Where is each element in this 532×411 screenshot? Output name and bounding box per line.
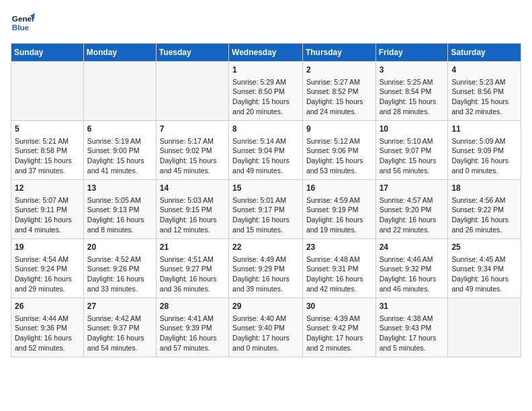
day-info: Sunrise: 5:14 AM Sunset: 9:04 PM Dayligh… <box>232 136 299 176</box>
calendar-cell: 19Sunrise: 4:54 AM Sunset: 9:24 PM Dayli… <box>11 239 84 298</box>
day-number: 5 <box>15 124 80 135</box>
calendar-week-1: 1Sunrise: 5:29 AM Sunset: 8:50 PM Daylig… <box>11 62 521 121</box>
day-number: 14 <box>160 183 225 194</box>
day-number: 2 <box>306 64 372 76</box>
day-info: Sunrise: 4:54 AM Sunset: 9:24 PM Dayligh… <box>15 255 80 294</box>
weekday-header-saturday: Saturday <box>448 44 521 62</box>
day-info: Sunrise: 5:17 AM Sunset: 9:02 PM Dayligh… <box>160 136 225 176</box>
day-info: Sunrise: 4:44 AM Sunset: 9:36 PM Dayligh… <box>15 314 80 353</box>
day-info: Sunrise: 5:09 AM Sunset: 9:09 PM Dayligh… <box>451 136 517 176</box>
calendar-cell: 13Sunrise: 5:05 AM Sunset: 9:13 PM Dayli… <box>83 180 156 239</box>
day-info: Sunrise: 5:27 AM Sunset: 8:52 PM Dayligh… <box>306 77 372 117</box>
calendar-cell: 17Sunrise: 4:57 AM Sunset: 9:20 PM Dayli… <box>375 180 448 239</box>
day-info: Sunrise: 4:40 AM Sunset: 9:40 PM Dayligh… <box>232 314 299 353</box>
day-info: Sunrise: 4:46 AM Sunset: 9:32 PM Dayligh… <box>380 255 445 294</box>
day-info: Sunrise: 4:45 AM Sunset: 9:34 PM Dayligh… <box>451 255 517 294</box>
day-info: Sunrise: 5:07 AM Sunset: 9:11 PM Dayligh… <box>15 195 80 235</box>
day-info: Sunrise: 4:38 AM Sunset: 9:43 PM Dayligh… <box>380 314 445 353</box>
calendar-cell: 12Sunrise: 5:07 AM Sunset: 9:11 PM Dayli… <box>11 180 84 239</box>
day-number: 9 <box>306 124 372 135</box>
calendar-cell <box>448 298 521 357</box>
day-number: 19 <box>15 242 80 253</box>
calendar-week-4: 19Sunrise: 4:54 AM Sunset: 9:24 PM Dayli… <box>11 239 521 298</box>
day-number: 22 <box>232 242 299 253</box>
calendar-cell: 29Sunrise: 4:40 AM Sunset: 9:40 PM Dayli… <box>229 298 303 357</box>
day-info: Sunrise: 5:23 AM Sunset: 8:56 PM Dayligh… <box>451 77 517 117</box>
calendar-cell: 23Sunrise: 4:48 AM Sunset: 9:31 PM Dayli… <box>302 239 375 298</box>
calendar-cell: 18Sunrise: 4:56 AM Sunset: 9:22 PM Dayli… <box>448 180 521 239</box>
day-info: Sunrise: 4:59 AM Sunset: 9:19 PM Dayligh… <box>306 195 372 235</box>
day-info: Sunrise: 5:05 AM Sunset: 9:13 PM Dayligh… <box>87 195 152 235</box>
day-number: 29 <box>232 301 299 312</box>
day-info: Sunrise: 5:19 AM Sunset: 9:00 PM Dayligh… <box>87 136 152 176</box>
day-info: Sunrise: 5:10 AM Sunset: 9:07 PM Dayligh… <box>380 136 445 176</box>
day-number: 7 <box>160 124 225 135</box>
day-info: Sunrise: 4:52 AM Sunset: 9:26 PM Dayligh… <box>87 255 152 294</box>
calendar-cell: 27Sunrise: 4:42 AM Sunset: 9:37 PM Dayli… <box>83 298 156 357</box>
day-number: 28 <box>160 301 225 312</box>
day-info: Sunrise: 4:42 AM Sunset: 9:37 PM Dayligh… <box>87 314 152 353</box>
day-number: 12 <box>15 183 80 194</box>
calendar-cell: 6Sunrise: 5:19 AM Sunset: 9:00 PM Daylig… <box>83 121 156 180</box>
calendar-cell: 8Sunrise: 5:14 AM Sunset: 9:04 PM Daylig… <box>229 121 303 180</box>
day-number: 17 <box>380 183 445 194</box>
calendar-week-3: 12Sunrise: 5:07 AM Sunset: 9:11 PM Dayli… <box>11 180 521 239</box>
calendar-cell: 21Sunrise: 4:51 AM Sunset: 9:27 PM Dayli… <box>156 239 228 298</box>
calendar-cell: 28Sunrise: 4:41 AM Sunset: 9:39 PM Dayli… <box>156 298 228 357</box>
calendar-week-2: 5Sunrise: 5:21 AM Sunset: 8:58 PM Daylig… <box>11 121 521 180</box>
day-number: 11 <box>451 124 517 135</box>
day-info: Sunrise: 4:48 AM Sunset: 9:31 PM Dayligh… <box>306 255 372 294</box>
day-info: Sunrise: 5:01 AM Sunset: 9:17 PM Dayligh… <box>232 195 299 235</box>
day-number: 16 <box>306 183 372 194</box>
calendar-cell: 15Sunrise: 5:01 AM Sunset: 9:17 PM Dayli… <box>229 180 303 239</box>
day-info: Sunrise: 4:57 AM Sunset: 9:20 PM Dayligh… <box>380 195 445 235</box>
day-info: Sunrise: 4:51 AM Sunset: 9:27 PM Dayligh… <box>160 255 225 294</box>
day-info: Sunrise: 5:03 AM Sunset: 9:15 PM Dayligh… <box>160 195 225 235</box>
calendar-cell: 1Sunrise: 5:29 AM Sunset: 8:50 PM Daylig… <box>229 62 303 121</box>
day-number: 21 <box>160 242 225 253</box>
day-number: 25 <box>451 242 517 253</box>
calendar-cell: 30Sunrise: 4:39 AM Sunset: 9:42 PM Dayli… <box>302 298 375 357</box>
calendar-cell: 16Sunrise: 4:59 AM Sunset: 9:19 PM Dayli… <box>302 180 375 239</box>
day-number: 4 <box>451 64 517 76</box>
day-number: 8 <box>232 124 299 135</box>
day-number: 23 <box>306 242 372 253</box>
calendar-cell: 26Sunrise: 4:44 AM Sunset: 9:36 PM Dayli… <box>11 298 84 357</box>
svg-text:Blue: Blue <box>12 23 30 32</box>
calendar-cell: 2Sunrise: 5:27 AM Sunset: 8:52 PM Daylig… <box>302 62 375 121</box>
calendar-cell: 7Sunrise: 5:17 AM Sunset: 9:02 PM Daylig… <box>156 121 228 180</box>
day-info: Sunrise: 5:12 AM Sunset: 9:06 PM Dayligh… <box>306 136 372 176</box>
calendar-cell <box>83 62 156 121</box>
calendar-cell <box>156 62 228 121</box>
logo-icon: General Blue <box>11 11 35 35</box>
weekday-header-sunday: Sunday <box>11 44 84 62</box>
day-number: 15 <box>232 183 299 194</box>
weekday-header-monday: Monday <box>83 44 156 62</box>
calendar-table: SundayMondayTuesdayWednesdayThursdayFrid… <box>11 43 521 357</box>
calendar-cell <box>11 62 84 121</box>
day-number: 26 <box>15 301 80 312</box>
day-number: 30 <box>306 301 372 312</box>
day-number: 27 <box>87 301 152 312</box>
calendar-cell: 10Sunrise: 5:10 AM Sunset: 9:07 PM Dayli… <box>375 121 448 180</box>
calendar-cell: 11Sunrise: 5:09 AM Sunset: 9:09 PM Dayli… <box>448 121 521 180</box>
logo: General Blue <box>11 11 35 35</box>
day-number: 20 <box>87 242 152 253</box>
day-number: 6 <box>87 124 152 135</box>
day-info: Sunrise: 5:25 AM Sunset: 8:54 PM Dayligh… <box>380 77 445 117</box>
day-info: Sunrise: 4:41 AM Sunset: 9:39 PM Dayligh… <box>160 314 225 353</box>
calendar-week-5: 26Sunrise: 4:44 AM Sunset: 9:36 PM Dayli… <box>11 298 521 357</box>
day-number: 24 <box>380 242 445 253</box>
day-number: 3 <box>380 64 445 76</box>
weekday-header-friday: Friday <box>375 44 448 62</box>
weekday-header-tuesday: Tuesday <box>156 44 228 62</box>
calendar-cell: 24Sunrise: 4:46 AM Sunset: 9:32 PM Dayli… <box>375 239 448 298</box>
calendar-cell: 3Sunrise: 5:25 AM Sunset: 8:54 PM Daylig… <box>375 62 448 121</box>
day-info: Sunrise: 4:49 AM Sunset: 9:29 PM Dayligh… <box>232 255 299 294</box>
calendar-cell: 20Sunrise: 4:52 AM Sunset: 9:26 PM Dayli… <box>83 239 156 298</box>
day-number: 10 <box>380 124 445 135</box>
calendar-cell: 25Sunrise: 4:45 AM Sunset: 9:34 PM Dayli… <box>448 239 521 298</box>
calendar-cell: 31Sunrise: 4:38 AM Sunset: 9:43 PM Dayli… <box>375 298 448 357</box>
calendar-cell: 5Sunrise: 5:21 AM Sunset: 8:58 PM Daylig… <box>11 121 84 180</box>
day-info: Sunrise: 4:56 AM Sunset: 9:22 PM Dayligh… <box>451 195 517 235</box>
